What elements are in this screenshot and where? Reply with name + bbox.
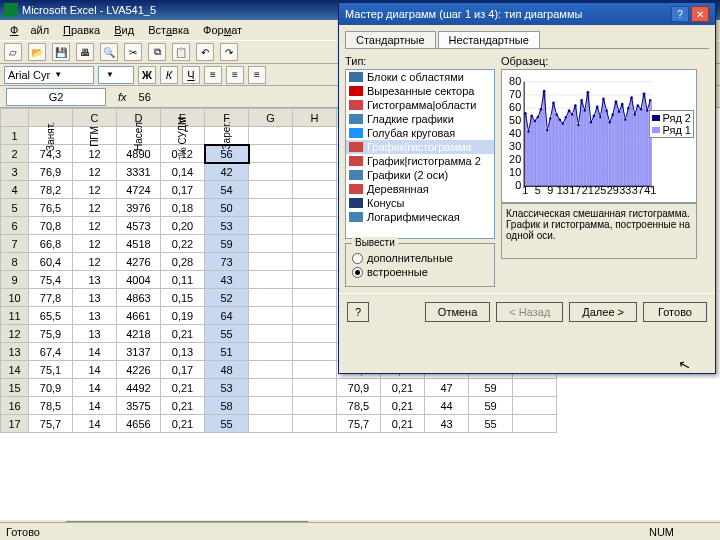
chart-type-item[interactable]: Вырезанные сектора xyxy=(346,84,494,98)
cell[interactable]: 4276 xyxy=(117,253,161,271)
italic-icon[interactable]: К xyxy=(160,66,178,84)
next-button[interactable]: Далее > xyxy=(569,302,637,322)
row-header[interactable]: 8 xyxy=(1,253,29,271)
align-right-icon[interactable]: ≡ xyxy=(248,66,266,84)
cell[interactable] xyxy=(513,379,557,397)
name-box[interactable]: G2 xyxy=(6,88,106,106)
menu-view[interactable]: Вид xyxy=(108,22,140,38)
cell[interactable]: 0,19 xyxy=(161,307,205,325)
cell[interactable]: 0,13 xyxy=(161,343,205,361)
open-icon[interactable]: 📂 xyxy=(28,43,46,61)
chart-type-item[interactable]: Блоки с областями xyxy=(346,70,494,84)
cell[interactable]: 54 xyxy=(205,181,249,199)
cell[interactable] xyxy=(249,163,293,181)
new-icon[interactable]: ▱ xyxy=(4,43,22,61)
cell[interactable]: 59 xyxy=(469,397,513,415)
cell[interactable]: 14 xyxy=(73,361,117,379)
cell[interactable]: 4573 xyxy=(117,217,161,235)
cell[interactable] xyxy=(293,217,337,235)
cell[interactable]: 70,9 xyxy=(337,379,381,397)
cell[interactable]: 70,8 xyxy=(29,217,73,235)
header-cell[interactable] xyxy=(249,127,293,145)
cell[interactable] xyxy=(249,253,293,271)
cell[interactable]: 3137 xyxy=(117,343,161,361)
cell[interactable] xyxy=(293,145,337,163)
cell[interactable] xyxy=(293,343,337,361)
col-header[interactable]: G xyxy=(249,109,293,127)
cell[interactable]: 14 xyxy=(73,397,117,415)
row-header[interactable]: 4 xyxy=(1,181,29,199)
redo-icon[interactable]: ↷ xyxy=(220,43,238,61)
cell[interactable]: 13 xyxy=(73,307,117,325)
cell[interactable]: 0,14 xyxy=(161,163,205,181)
cell[interactable] xyxy=(293,325,337,343)
chart-type-item[interactable]: График|гистограмма xyxy=(346,140,494,154)
dialog-help-button[interactable]: ? xyxy=(671,6,689,22)
menu-file[interactable]: Файл xyxy=(4,22,55,38)
cell[interactable]: 12 xyxy=(73,253,117,271)
cell[interactable]: 75,4 xyxy=(29,271,73,289)
radio-builtin[interactable]: встроенные xyxy=(352,266,488,278)
col-header[interactable]: C xyxy=(73,109,117,127)
cell[interactable] xyxy=(249,379,293,397)
cell[interactable]: 4656 xyxy=(117,415,161,433)
cell[interactable]: 65,5 xyxy=(29,307,73,325)
cell[interactable]: 0,17 xyxy=(161,361,205,379)
cell[interactable]: 75,7 xyxy=(29,415,73,433)
col-header[interactable]: H xyxy=(293,109,337,127)
cell[interactable]: 0,20 xyxy=(161,217,205,235)
cell[interactable]: 0,21 xyxy=(381,397,425,415)
cell[interactable] xyxy=(249,361,293,379)
row-header[interactable]: 9 xyxy=(1,271,29,289)
cell[interactable] xyxy=(293,235,337,253)
finish-button[interactable]: Готово xyxy=(643,302,707,322)
dialog-titlebar[interactable]: Мастер диаграмм (шаг 1 из 4): тип диагра… xyxy=(339,3,715,25)
menu-format[interactable]: Формат xyxy=(197,22,248,38)
cell[interactable]: 0,22 xyxy=(161,235,205,253)
cell[interactable]: 13 xyxy=(73,289,117,307)
cell[interactable] xyxy=(293,397,337,415)
font-name-combo[interactable]: Arial Cyr▼ xyxy=(4,66,94,84)
cell[interactable] xyxy=(249,235,293,253)
cell[interactable]: 4218 xyxy=(117,325,161,343)
underline-icon[interactable]: Ч xyxy=(182,66,200,84)
copy-icon[interactable]: ⧉ xyxy=(148,43,166,61)
cell[interactable]: 12 xyxy=(73,181,117,199)
cell[interactable]: 4661 xyxy=(117,307,161,325)
cell[interactable]: 76,9 xyxy=(29,163,73,181)
cell[interactable]: 12 xyxy=(73,145,117,163)
cell[interactable]: 75,9 xyxy=(29,325,73,343)
cell[interactable]: 42 xyxy=(205,163,249,181)
cell[interactable] xyxy=(249,325,293,343)
cell[interactable]: 78,2 xyxy=(29,181,73,199)
cell[interactable]: 76,5 xyxy=(29,199,73,217)
chart-type-item[interactable]: Графики (2 оси) xyxy=(346,168,494,182)
cell[interactable]: 55 xyxy=(469,415,513,433)
header-cell[interactable] xyxy=(293,127,337,145)
row-header[interactable]: 16 xyxy=(1,397,29,415)
cell[interactable] xyxy=(293,253,337,271)
cell[interactable] xyxy=(249,145,293,163)
radio-additional[interactable]: дополнительные xyxy=(352,252,488,264)
cell[interactable] xyxy=(249,343,293,361)
cut-icon[interactable]: ✂ xyxy=(124,43,142,61)
cell[interactable] xyxy=(293,361,337,379)
cell[interactable]: 60,4 xyxy=(29,253,73,271)
formula-value[interactable]: 56 xyxy=(139,91,151,103)
cell[interactable]: 0,21 xyxy=(161,379,205,397)
align-left-icon[interactable]: ≡ xyxy=(204,66,222,84)
cell[interactable] xyxy=(249,217,293,235)
cell[interactable]: 4518 xyxy=(117,235,161,253)
chart-type-item[interactable]: График|гистограмма 2 xyxy=(346,154,494,168)
chart-type-item[interactable]: Голубая круговая xyxy=(346,126,494,140)
chart-type-item[interactable]: Логарифмическая xyxy=(346,210,494,224)
cell[interactable]: 4863 xyxy=(117,289,161,307)
cell[interactable]: 0,21 xyxy=(161,397,205,415)
cell[interactable]: 4004 xyxy=(117,271,161,289)
cell[interactable] xyxy=(513,415,557,433)
cell[interactable]: 55 xyxy=(205,415,249,433)
cell[interactable]: 59 xyxy=(469,379,513,397)
cell[interactable]: 55 xyxy=(205,325,249,343)
cell[interactable]: 78,5 xyxy=(29,397,73,415)
cell[interactable]: 12 xyxy=(73,217,117,235)
